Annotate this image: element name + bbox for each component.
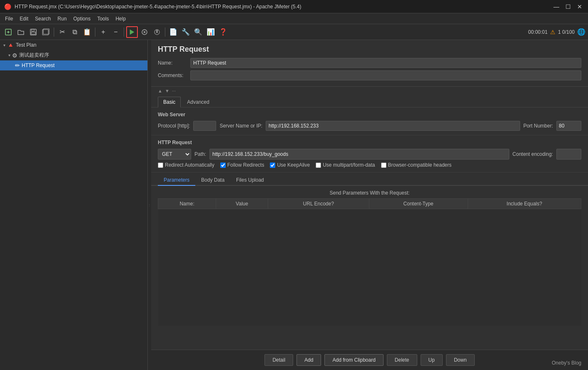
- up-button[interactable]: Up: [421, 354, 443, 366]
- multipart-checkbox[interactable]: [316, 162, 321, 168]
- menu-help[interactable]: Help: [112, 15, 129, 23]
- shutdown-button[interactable]: [151, 26, 163, 38]
- browser-compat-checkbox-item[interactable]: Browser-compatible headers: [381, 162, 452, 168]
- menu-bar: File Edit Search Run Options Tools Help: [0, 13, 588, 24]
- encoding-label: Content encoding:: [513, 151, 553, 157]
- keepalive-checkbox[interactable]: [270, 162, 275, 168]
- panel-title: HTTP Request: [158, 45, 581, 54]
- collapse-bar: ▲ ▼ ···: [151, 87, 588, 95]
- search-clear-button[interactable]: 🔍: [192, 26, 204, 38]
- protocol-label: Protocol [http]:: [158, 123, 190, 129]
- multipart-checkbox-item[interactable]: Use multipart/form-data: [316, 162, 375, 168]
- test-plan-icon: 🔺: [7, 42, 14, 48]
- function-helper-button[interactable]: 🔧: [180, 26, 192, 38]
- port-input[interactable]: [556, 121, 581, 131]
- server-name-input[interactable]: [266, 121, 520, 131]
- open-button[interactable]: [15, 26, 27, 38]
- sub-tab-body-data[interactable]: Body Data: [195, 175, 230, 186]
- minimize-button[interactable]: —: [552, 2, 561, 11]
- tabs-bar: Basic Advanced: [151, 95, 588, 108]
- main-area: ▾ 🔺 Test Plan ▾ ⚙ 测试超卖程序 ✏ HTTP Request …: [0, 40, 588, 370]
- menu-tools[interactable]: Tools: [94, 15, 112, 23]
- down-button[interactable]: Down: [446, 354, 475, 366]
- menu-run[interactable]: Run: [54, 15, 70, 23]
- follow-redirects-checkbox-item[interactable]: Follow Redirects: [220, 162, 264, 168]
- params-body: [158, 209, 581, 326]
- name-input[interactable]: [190, 58, 581, 68]
- port-label: Port Number:: [523, 123, 553, 129]
- collapse-down-icon[interactable]: ▼: [165, 88, 169, 93]
- stop-button[interactable]: [139, 26, 150, 38]
- comments-row: Comments:: [158, 70, 581, 80]
- add-button[interactable]: Add: [296, 354, 321, 366]
- tab-advanced[interactable]: Advanced: [182, 97, 214, 107]
- redirect-auto-checkbox-item[interactable]: Redirect Automatically: [158, 162, 214, 168]
- collapse-up-icon[interactable]: ▲: [158, 88, 162, 93]
- tab-basic[interactable]: Basic: [158, 97, 181, 108]
- sub-tabs-bar: Parameters Body Data Files Upload: [151, 172, 588, 186]
- encoding-input[interactable]: [556, 149, 581, 160]
- keepalive-checkbox-item[interactable]: Use KeepAlive: [270, 162, 310, 168]
- collapse-button[interactable]: −: [110, 26, 122, 38]
- comments-label: Comments:: [158, 72, 187, 78]
- save-all-button[interactable]: [40, 26, 52, 38]
- maximize-button[interactable]: ☐: [564, 2, 572, 11]
- name-row: Name:: [158, 58, 581, 68]
- separator-2: [95, 28, 95, 37]
- tree-item-test-plan[interactable]: ▾ 🔺 Test Plan: [0, 40, 147, 50]
- cut-button[interactable]: ✂: [56, 26, 68, 38]
- panel-resize-handle[interactable]: ⋮: [148, 40, 151, 370]
- tree-item-http-request[interactable]: ✏ HTTP Request: [0, 60, 147, 70]
- new-button[interactable]: [2, 26, 14, 38]
- col-include-equals: Include Equals?: [468, 199, 581, 209]
- help-button[interactable]: ❓: [217, 26, 229, 38]
- path-input[interactable]: [209, 149, 509, 160]
- svg-marker-8: [130, 30, 134, 35]
- browser-compat-checkbox[interactable]: [381, 162, 386, 168]
- log-viewer-button[interactable]: 📊: [205, 26, 217, 38]
- left-panel: ▾ 🔺 Test Plan ▾ ⚙ 测试超卖程序 ✏ HTTP Request: [0, 40, 148, 370]
- templates-button[interactable]: 📄: [167, 26, 179, 38]
- comments-input[interactable]: [190, 70, 581, 80]
- title-bar: 🔴 HTTP Request.jmx (C:\Users\Heygo\Deskt…: [0, 0, 588, 13]
- add-clipboard-button[interactable]: Add from Clipboard: [324, 354, 383, 366]
- delete-button[interactable]: Delete: [387, 354, 417, 366]
- protocol-input[interactable]: [193, 121, 216, 131]
- keepalive-label: Use KeepAlive: [277, 162, 310, 168]
- time-display: 00:00:01 ⚠ 1 0/100 🌐: [528, 28, 586, 36]
- window-title: HTTP Request.jmx (C:\Users\Heygo\Desktop…: [15, 4, 552, 10]
- expand-button[interactable]: +: [97, 26, 109, 38]
- sub-tab-files-upload[interactable]: Files Upload: [230, 175, 270, 186]
- thread-group-icon: ⚙: [12, 52, 17, 59]
- redirect-auto-label: Redirect Automatically: [165, 162, 214, 168]
- sub-tab-parameters[interactable]: Parameters: [158, 175, 195, 186]
- test-plan-label: Test Plan: [16, 42, 36, 48]
- warning-icon: ⚠: [550, 29, 556, 35]
- menu-file[interactable]: File: [2, 15, 16, 23]
- follow-redirects-checkbox[interactable]: [220, 162, 226, 168]
- expand-icon: ▾: [3, 43, 5, 48]
- menu-search[interactable]: Search: [32, 15, 54, 23]
- col-name: Name:: [158, 199, 216, 209]
- method-select[interactable]: GET POST PUT DELETE PATCH HEAD OPTIONS: [158, 149, 191, 160]
- tree-item-thread-group[interactable]: ▾ ⚙ 测试超卖程序: [0, 50, 147, 60]
- detail-button[interactable]: Detail: [264, 354, 293, 366]
- menu-edit[interactable]: Edit: [16, 15, 32, 23]
- params-table: Name: Value URL Encode? Content-Type Inc…: [158, 198, 581, 326]
- separator-1: [54, 28, 54, 37]
- elapsed-time: 00:00:01: [528, 29, 548, 35]
- web-server-title: Web Server: [158, 112, 581, 118]
- watermark: Oneby's Blog: [552, 360, 581, 366]
- copy-button[interactable]: ⧉: [69, 26, 80, 38]
- toolbar: ✂ ⧉ 📋 + − 📄 🔧 🔍 📊 ❓ 00:00:01 ⚠ 1 0/100 🌐: [0, 24, 588, 40]
- redirect-auto-checkbox[interactable]: [158, 162, 163, 168]
- menu-options[interactable]: Options: [70, 15, 94, 23]
- separator-4: [165, 28, 165, 37]
- server-row: Protocol [http]: Server Name or IP: Port…: [158, 121, 581, 131]
- close-button[interactable]: ✕: [576, 2, 584, 11]
- collapse-dots: ···: [172, 88, 176, 93]
- start-button[interactable]: [126, 26, 138, 38]
- paste-button[interactable]: 📋: [81, 26, 93, 38]
- save-button[interactable]: [27, 26, 39, 38]
- app-icon: 🔴: [4, 3, 11, 10]
